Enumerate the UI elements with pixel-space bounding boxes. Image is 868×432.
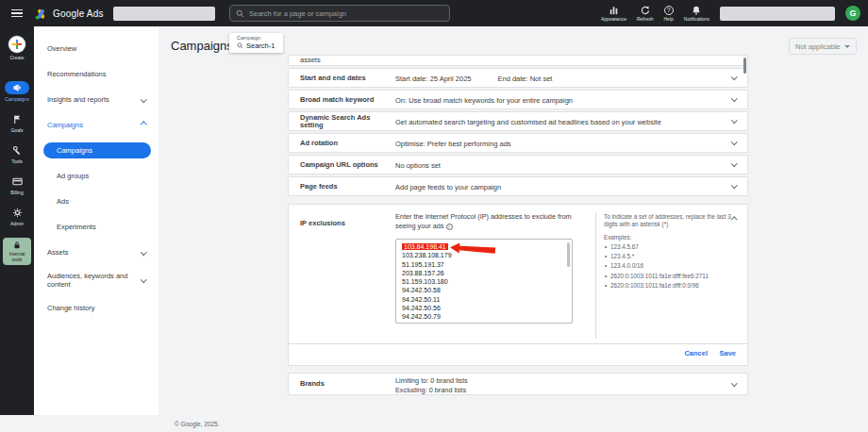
internal-tools-lock-icon <box>12 241 22 250</box>
rail-label-billing: Billing <box>10 190 23 195</box>
help-label: Help <box>663 16 673 22</box>
chevron-down-icon[interactable] <box>731 380 737 386</box>
sidebar-item-assets[interactable]: Assets <box>34 240 159 265</box>
refresh-icon <box>640 6 650 15</box>
chevron-down-icon[interactable] <box>731 74 737 79</box>
chevron-down-icon[interactable] <box>731 160 737 166</box>
settings-row-dynamic-search-ads[interactable]: Dynamic Search Ads setting Get automated… <box>288 111 748 131</box>
rail-item-billing[interactable]: Billing <box>6 175 28 195</box>
copyright-text: © Google, 2025. <box>175 421 219 427</box>
rail-item-admin[interactable]: Admin <box>6 207 28 226</box>
chevron-down-icon[interactable] <box>731 95 737 101</box>
settings-row-brands[interactable]: Brands Limiting to: 0 brand listsExcludi… <box>288 373 748 395</box>
rail-item-campaigns[interactable]: Campaigns <box>5 81 29 102</box>
appearance-button[interactable]: Appearance <box>601 6 626 22</box>
dropdown-caret-icon <box>844 45 850 48</box>
notifications-bell-icon <box>692 6 701 15</box>
sidebar-item-campaigns-parent[interactable]: Campaigns <box>34 112 159 138</box>
tools-wrench-icon <box>12 145 23 156</box>
sidebar-item-campaigns-selected[interactable]: Campaigns <box>43 142 151 158</box>
chevron-down-icon[interactable] <box>731 139 737 144</box>
refresh-button[interactable]: Refresh <box>637 6 654 22</box>
list-scrollbar[interactable] <box>743 58 746 74</box>
sidebar-item-overview[interactable]: Overview <box>34 36 159 61</box>
sidebar-item-audiences[interactable]: Audiences, keywords and content <box>34 265 159 295</box>
rail-item-internal-tools[interactable]: Internal tools <box>3 238 31 265</box>
rail-label-admin: Admin <box>10 221 24 226</box>
sidebar-item-experiments[interactable]: Experiments <box>34 214 159 240</box>
google-ads-logo[interactable]: Google Ads <box>34 7 104 21</box>
google-ads-app: Google Ads Appearance <box>0 0 868 432</box>
chevron-down-icon <box>141 96 146 102</box>
sidebar-item-insights[interactable]: Insights and reports <box>34 87 159 112</box>
settings-row-ad-rotation[interactable]: Ad rotation Optimise: Prefer best perfor… <box>288 133 748 153</box>
sidebar-item-ad-groups[interactable]: Ad groups <box>34 163 159 189</box>
hamburger-menu-icon[interactable] <box>0 0 34 26</box>
rail-item-goals[interactable]: Goals <box>6 113 28 133</box>
info-icon[interactable]: i <box>446 224 453 230</box>
page-footer: © Google, 2025. <box>0 415 868 432</box>
chevron-down-icon[interactable] <box>731 117 737 123</box>
internal-tools-highlight: Internal tools <box>3 238 31 265</box>
ip-exclusions-label: IP exclusions <box>300 220 391 228</box>
nav-rail: Create Campaigns Goals <box>0 26 34 415</box>
help-button[interactable]: ? Help <box>663 6 673 22</box>
avatar[interactable]: G <box>845 6 860 21</box>
panel-footer-divider <box>289 343 747 344</box>
sidebar-item-recommendations[interactable]: Recommendations <box>34 61 159 87</box>
appearance-icon <box>609 6 619 15</box>
settings-row-broad-match[interactable]: Broad match keyword On: Use broad match … <box>288 90 748 109</box>
rail-label-campaigns: Campaigns <box>5 96 28 102</box>
admin-gear-icon <box>12 208 23 218</box>
main-content: Campaigns Campaign Search-1 Not applicab… <box>159 26 868 415</box>
help-icon: ? <box>664 6 674 15</box>
redacted-account-box <box>113 7 215 21</box>
campaign-search-type-icon <box>237 42 243 49</box>
chevron-down-icon <box>141 249 146 255</box>
save-button[interactable]: Save <box>719 349 736 357</box>
brand-name: Google Ads <box>53 8 104 19</box>
billing-card-icon <box>12 176 23 187</box>
highlighted-ip: 103.84.198.41 <box>402 243 448 250</box>
chip-campaign-name: Search-1 <box>246 42 275 50</box>
date-range-selector[interactable]: Not applicable <box>789 38 857 55</box>
google-ads-logo-icon <box>34 7 48 21</box>
sidebar-item-change-history[interactable]: Change history <box>34 295 159 321</box>
plus-icon <box>8 36 25 53</box>
search-icon <box>236 9 244 18</box>
refresh-label: Refresh <box>637 16 654 22</box>
ip-help-column: To indicate a set of addresses, replace … <box>604 213 742 290</box>
rail-label-internal-tools: Internal tools <box>4 251 30 262</box>
ip-exclusions-panel: IP exclusions Enter the Internet Protoco… <box>288 204 748 366</box>
settings-row-page-feeds[interactable]: Page feeds Add page feeds to your campai… <box>288 176 748 196</box>
search-bar[interactable] <box>229 5 450 22</box>
chevron-down-icon[interactable] <box>731 182 737 188</box>
cancel-button[interactable]: Cancel <box>684 349 708 357</box>
notifications-label: Notifications <box>684 16 709 22</box>
sidebar: Overview Recommendations Insights and re… <box>34 26 159 415</box>
page-title: Campaigns <box>171 39 233 53</box>
topbar-actions: Appearance Refresh ? Help Notifications <box>601 0 860 26</box>
chip-type-label: Campaign <box>237 35 275 41</box>
notifications-button[interactable]: Notifications <box>684 6 709 22</box>
settings-row-partial[interactable]: assets <box>288 55 748 66</box>
ip-exclusions-description: Enter the Internet Protocol (IP) address… <box>395 212 586 230</box>
chevron-down-icon <box>141 276 146 282</box>
campaign-selector-chip[interactable]: Campaign Search-1 <box>229 33 283 53</box>
campaigns-megaphone-icon <box>12 83 22 92</box>
create-label: Create <box>9 55 24 60</box>
topbar: Google Ads Appearance <box>0 0 868 26</box>
textarea-scrollbar[interactable] <box>567 242 570 267</box>
partial-row-label: assets <box>300 56 321 64</box>
search-input[interactable] <box>249 9 443 18</box>
redacted-account-info[interactable] <box>720 7 835 21</box>
settings-row-campaign-url-options[interactable]: Campaign URL options No options set <box>288 155 748 174</box>
rail-label-goals: Goals <box>10 127 23 133</box>
create-button[interactable]: Create <box>8 36 25 60</box>
chevron-up-icon <box>141 122 146 127</box>
rail-item-tools[interactable]: Tools <box>6 144 28 164</box>
sidebar-item-ads[interactable]: Ads <box>34 189 159 214</box>
settings-row-start-end-dates[interactable]: Start and end dates Start date: 25 April… <box>288 68 748 88</box>
rail-label-tools: Tools <box>11 158 23 164</box>
appearance-label: Appearance <box>601 16 626 22</box>
